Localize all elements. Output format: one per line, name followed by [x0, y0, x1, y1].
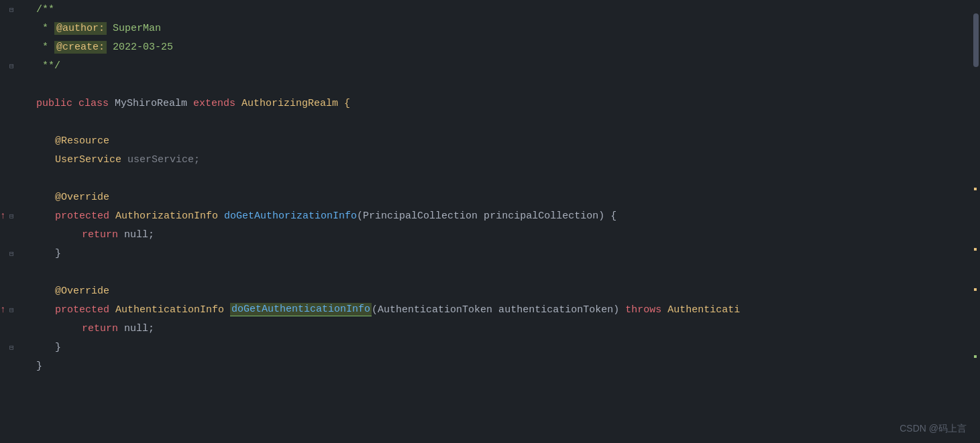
code-line-19: } [28, 338, 971, 357]
gutter-line-3 [0, 38, 28, 56]
token: /** [36, 4, 54, 15]
scrollbar-thumb[interactable] [973, 13, 979, 67]
token: * [36, 42, 54, 53]
token [72, 98, 78, 109]
gutter-line-18 [0, 319, 28, 338]
gutter-line-13 [0, 225, 28, 244]
code-line-20: } [28, 357, 971, 375]
token: protected [55, 210, 109, 222]
fold-icon-19[interactable]: ⊟ [9, 343, 14, 352]
code-line-4: **/ [28, 56, 971, 75]
gutter-line-12: ↑ ⊟ [0, 206, 28, 225]
token: null; [118, 323, 154, 334]
code-line-17: protected AuthenticationInfo doGetAuthen… [28, 300, 971, 319]
token: * [36, 23, 54, 34]
token: } [36, 361, 42, 372]
token-create: @create: [54, 41, 107, 54]
code-lines: /** * @author: SuperMan * @create: 2022-… [28, 0, 971, 375]
gutter-line-7 [0, 113, 28, 131]
token: SuperMan [107, 23, 161, 34]
scrollbar-marker-1 [974, 188, 977, 190]
fold-icon-14[interactable]: ⊟ [9, 249, 14, 258]
code-line-3: * @create: 2022-03-25 [28, 38, 971, 56]
fold-icon-12[interactable]: ⊟ [9, 212, 14, 220]
gutter-line-14: ⊟ [0, 244, 28, 263]
token: return [82, 229, 118, 241]
token-throws: throws [625, 304, 661, 316]
code-line-9: UserService userService; [28, 150, 971, 169]
watermark: CSDN @码上言 [900, 423, 967, 435]
token: MyShiroRealm [109, 98, 193, 109]
code-line-8: @Resource [28, 131, 971, 150]
gutter-line-15 [0, 263, 28, 281]
code-line-1: /** [28, 0, 971, 19]
gutter-line-2 [0, 19, 28, 38]
token: Authenticati [661, 304, 740, 316]
gutter-line-1: ⊟ [0, 0, 28, 19]
token: AuthorizationInfo [109, 210, 224, 222]
gutter-line-5 [0, 75, 28, 94]
scrollbar-marker-4 [974, 355, 977, 358]
code-line-18: return null; [28, 319, 971, 338]
token: AuthenticationInfo [109, 304, 230, 316]
editor-container: ⊟ ⊟ ↑ ⊟ ⊟ [0, 0, 980, 443]
gutter-line-10 [0, 169, 28, 188]
code-line-10 [28, 169, 971, 188]
fold-icon-1[interactable]: ⊟ [9, 5, 14, 14]
code-line-7 [28, 113, 971, 131]
gutter-line-9 [0, 150, 28, 169]
arrow-icon-17: ↑ [0, 304, 5, 315]
token: class [78, 98, 109, 109]
fold-icon-17[interactable]: ⊟ [9, 306, 14, 314]
code-line-11: @Override [28, 188, 971, 206]
token: UserService [55, 154, 121, 166]
token: userService; [121, 154, 200, 166]
arrow-icon-12: ↑ [0, 210, 5, 221]
gutter-line-16 [0, 281, 28, 300]
token: return [82, 323, 118, 334]
gutter-line-6 [0, 94, 28, 113]
code-line-12: protected AuthorizationInfo doGetAuthori… [28, 206, 971, 225]
token: @Resource [55, 135, 109, 147]
token: doGetAuthorizationInfo [224, 210, 357, 222]
gutter-line-17: ↑ ⊟ [0, 300, 28, 319]
token: } [55, 248, 61, 259]
gutter-line-19: ⊟ [0, 338, 28, 357]
code-line-16: @Override [28, 281, 971, 300]
token: protected [55, 304, 109, 316]
token: (PrincipalCollection principalCollection… [357, 210, 616, 222]
token: @Override [55, 192, 109, 203]
gutter-line-8 [0, 131, 28, 150]
token: extends [193, 98, 235, 109]
token: null; [118, 229, 154, 241]
code-line-2: * @author: SuperMan [28, 19, 971, 38]
code-line-6: public class MyShiroRealm extends Author… [28, 94, 971, 113]
token-author: @author: [54, 22, 107, 35]
gutter-line-20 [0, 357, 28, 375]
code-area[interactable]: /** * @author: SuperMan * @create: 2022-… [28, 0, 971, 443]
gutter-line-4: ⊟ [0, 56, 28, 75]
token: } [55, 342, 61, 353]
token: (AuthenticationToken authenticationToken… [372, 304, 625, 316]
line-gutter: ⊟ ⊟ ↑ ⊟ ⊟ [0, 0, 28, 443]
code-line-13: return null; [28, 225, 971, 244]
token: **/ [36, 60, 60, 72]
gutter-line-11 [0, 188, 28, 206]
token: @Override [55, 286, 109, 297]
code-line-14: } [28, 244, 971, 263]
token: 2022-03-25 [107, 42, 173, 53]
scrollbar-marker-3 [974, 288, 977, 291]
token: AuthorizingRealm { [235, 98, 350, 109]
code-line-15 [28, 263, 971, 281]
code-line-5 [28, 75, 971, 94]
token-method-highlighted: doGetAuthenticationInfo [230, 303, 372, 316]
scrollbar[interactable] [971, 0, 980, 443]
token: public [36, 98, 72, 109]
fold-icon-4[interactable]: ⊟ [9, 62, 14, 70]
scrollbar-marker-2 [974, 248, 977, 251]
